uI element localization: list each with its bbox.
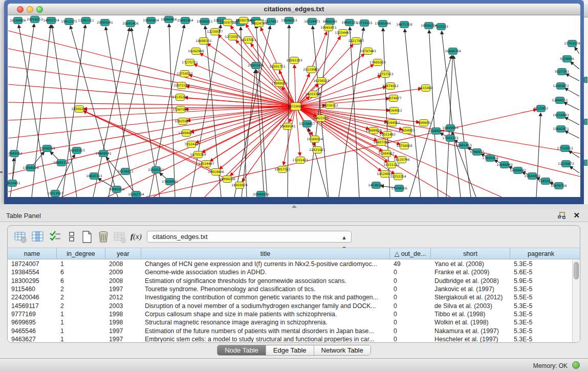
graph-node[interactable]: 16880456: [161, 16, 177, 23]
graph-node[interactable]: 12720571: [225, 34, 241, 40]
table-cell[interactable]: 1: [57, 311, 105, 318]
table-row[interactable]: 969969511998Structural magnetic resonanc…: [8, 318, 572, 326]
graph-node[interactable]: 19551493: [379, 132, 396, 138]
graph-node[interactable]: 15013907: [47, 190, 63, 197]
graph-node[interactable]: 17894824: [178, 130, 194, 137]
graph-node[interactable]: 16219471: [304, 18, 320, 25]
graph-node[interactable]: 18262734: [128, 191, 144, 198]
column-header-pagerank[interactable]: pagerank: [510, 248, 572, 259]
table-cell[interactable]: Structural magnetic resonance image aver…: [141, 319, 390, 326]
table-cell[interactable]: 0: [390, 311, 431, 318]
table-header-row[interactable]: namein_degreeyeartitle△ out_de...shortpa…: [8, 248, 580, 259]
table-cell[interactable]: 6: [57, 269, 105, 276]
table-cell[interactable]: Disruption of a novel member of a sodium…: [141, 302, 390, 310]
column-header-title[interactable]: title: [141, 248, 390, 259]
table-cell[interactable]: Tibbo et al. (1998): [431, 311, 510, 318]
graph-node[interactable]: 15489341: [279, 123, 296, 130]
graph-node[interactable]: 17334216: [391, 185, 407, 192]
graph-node[interactable]: 10719155: [356, 20, 373, 27]
table-cell[interactable]: Estimation of significance thresholds fo…: [141, 277, 390, 285]
table-cell[interactable]: 1997: [105, 327, 141, 335]
table-cell[interactable]: 5.6E-5: [510, 269, 572, 276]
table-cell[interactable]: Stergiakouli et al. (2012): [431, 294, 510, 301]
table-cell[interactable]: 1: [57, 336, 105, 342]
graph-node[interactable]: 16648784: [445, 48, 461, 55]
graph-node[interactable]: 16282998: [188, 48, 204, 55]
graph-node[interactable]: 6466160: [323, 18, 337, 25]
column-header-name[interactable]: name: [8, 248, 57, 259]
graph-node[interactable]: 16605313: [86, 173, 102, 180]
table-cell[interactable]: 9115460: [8, 286, 57, 293]
graph-node[interactable]: 16055313: [69, 147, 85, 154]
table-cell[interactable]: 49: [390, 260, 431, 268]
graph-node[interactable]: 19412175: [61, 18, 77, 25]
table-cell[interactable]: 18300295: [8, 277, 57, 285]
graph-node[interactable]: 19965036: [108, 186, 125, 193]
graph-node[interactable]: 15751074: [564, 40, 580, 47]
table-row[interactable]: 977716911998Corpus callosum shape and si…: [8, 310, 572, 318]
graph-node[interactable]: 11254443: [335, 30, 351, 36]
table-row[interactable]: 911546021997Tourette syndrome. Phenomeno…: [8, 285, 572, 293]
graph-node[interactable]: 19965871: [320, 25, 337, 31]
table-row[interactable]: 2242004622012Investigating the contribut…: [8, 293, 572, 301]
tab-node-table[interactable]: Node Table: [217, 345, 266, 355]
graph-node[interactable]: 14514447: [198, 161, 214, 167]
tab-edge-table[interactable]: Edge Table: [266, 345, 314, 355]
graph-node[interactable]: 16481463: [455, 142, 472, 149]
table-cell[interactable]: Corpus callosum shape and size in male p…: [141, 311, 390, 318]
graph-node[interactable]: 15824744: [251, 20, 267, 27]
graph-node[interactable]: 16203356: [305, 91, 321, 98]
graph-node[interactable]: 15950004: [143, 17, 159, 24]
graph-node[interactable]: 15134457: [299, 121, 315, 127]
graph-node[interactable]: 20384067: [378, 150, 395, 157]
table-cell[interactable]: 9463627: [8, 336, 57, 342]
graph-node[interactable]: 20491964: [177, 17, 193, 24]
table-cell[interactable]: Embryonic stem cells: a model to study s…: [141, 336, 390, 342]
graph-node[interactable]: 18925967: [175, 118, 191, 125]
graph-node[interactable]: 17201471: [292, 157, 309, 164]
table-cell[interactable]: 2008: [105, 277, 141, 285]
table-cell[interactable]: Nakamura et al. (1997): [431, 327, 510, 335]
table-cell[interactable]: 1997: [105, 286, 141, 293]
graph-node[interactable]: 17409541: [162, 179, 178, 185]
graph-node[interactable]: 14409541: [95, 150, 112, 157]
graph-node[interactable]: 7515523: [434, 24, 448, 30]
network-canvas[interactable]: 1618980620016253140557241941217511381111…: [8, 15, 580, 197]
graph-node[interactable]: 9115460: [419, 85, 433, 92]
table-row[interactable]: 1938455462009Genome-wide association stu…: [8, 268, 572, 276]
graph-node[interactable]: 20252254: [390, 173, 406, 180]
table-cell[interactable]: 6: [57, 277, 105, 285]
graph-node[interactable]: 22421021: [309, 147, 325, 154]
graph-node[interactable]: 16120746: [394, 157, 410, 163]
table-cell[interactable]: 5.9E-5: [510, 277, 572, 285]
splitter-handle-icon[interactable]: [292, 205, 297, 208]
graph-node[interactable]: 9129946: [560, 56, 574, 62]
table-cell[interactable]: 1: [57, 327, 105, 335]
select-rows-icon[interactable]: [49, 230, 62, 244]
table-settings-icon[interactable]: [14, 230, 27, 244]
table-cell[interactable]: 5.3E-5: [510, 319, 572, 326]
graph-node[interactable]: 11381111: [78, 17, 94, 24]
table-row[interactable]: 1456911722003Disruption of a novel membe…: [8, 301, 572, 310]
graph-node[interactable]: 19088011: [197, 18, 213, 25]
graph-node[interactable]: 19797443: [360, 48, 376, 55]
graph-node[interactable]: 7252442: [184, 141, 199, 148]
graph-node[interactable]: 16151132: [383, 162, 400, 168]
table-cell[interactable]: 18724007: [8, 260, 57, 268]
graph-node[interactable]: 12754532: [177, 71, 193, 77]
graph-node[interactable]: 19756928: [396, 143, 412, 149]
function-builder-icon[interactable]: f(x): [130, 232, 144, 246]
vertical-scrollbar[interactable]: [572, 260, 580, 342]
table-cell[interactable]: 9465546: [8, 327, 57, 335]
panel-splitter[interactable]: [0, 204, 588, 209]
graph-node[interactable]: 20505301: [148, 167, 164, 173]
table-cell[interactable]: 1997: [105, 336, 141, 342]
table-cell[interactable]: 5.3E-5: [510, 302, 572, 310]
table-cell[interactable]: 9699695: [8, 319, 57, 326]
scrollbar-thumb[interactable]: [574, 262, 579, 279]
close-panel-icon[interactable]: ✕: [573, 211, 580, 220]
new-table-icon[interactable]: [80, 230, 94, 244]
table-cell[interactable]: 2012: [105, 294, 141, 301]
table-cell[interactable]: 5.3E-5: [510, 260, 572, 268]
graph-node[interactable]: 14671358: [396, 21, 412, 28]
